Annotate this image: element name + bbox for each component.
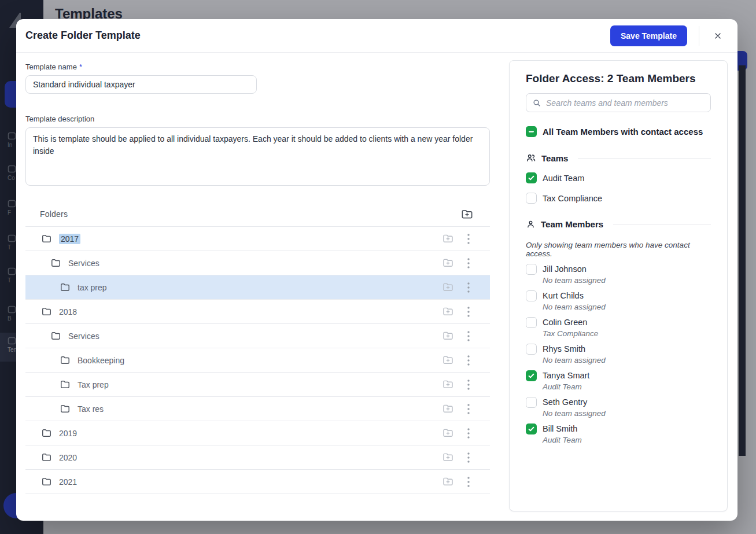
folder-name: 2018 [59, 307, 77, 316]
kebab-icon [467, 282, 470, 293]
folder-row[interactable]: Bookkeeping [25, 348, 490, 373]
member-team: No team assigned [543, 356, 711, 364]
access-search-box [526, 93, 711, 112]
member-checkbox[interactable] [526, 370, 537, 381]
folder-menu-button[interactable] [467, 355, 470, 366]
add-subfolder-button[interactable] [442, 403, 454, 415]
add-subfolder-button[interactable] [442, 281, 454, 293]
search-icon [532, 98, 541, 108]
member-block: Tanya Smart Audit Team [526, 370, 711, 391]
all-team-members-checkbox[interactable] [526, 126, 537, 137]
folder-row[interactable]: 2018 [25, 300, 490, 324]
team-checkbox[interactable] [526, 193, 537, 204]
template-description-textarea[interactable]: This is template should be applied to al… [25, 127, 490, 186]
folder-icon [41, 476, 52, 487]
folder-plus-icon [442, 476, 454, 488]
folder-row[interactable]: Tax res [25, 397, 490, 421]
template-description-label: Template description [25, 115, 490, 123]
kebab-icon [467, 355, 470, 366]
member-checkbox[interactable] [526, 344, 537, 355]
team-row: Audit Team [526, 172, 711, 183]
teams-header-label: Teams [541, 153, 568, 163]
add-subfolder-button[interactable] [442, 427, 454, 439]
close-button[interactable] [711, 29, 725, 43]
member-row: Rhys Smith [526, 344, 711, 355]
member-block: Colin Green Tax Compliance [526, 317, 711, 338]
folder-row[interactable]: Services [25, 251, 490, 275]
member-block: Kurt Childs No team assigned [526, 290, 711, 311]
folder-menu-button[interactable] [467, 330, 470, 342]
folder-row[interactable]: Tax prep [25, 373, 490, 397]
template-name-input[interactable] [25, 75, 257, 94]
add-subfolder-button[interactable] [442, 354, 454, 366]
folder-name: 2020 [59, 453, 77, 462]
folder-menu-button[interactable] [467, 428, 470, 439]
modal-title: Create Folder Template [25, 30, 141, 42]
folder-name: Tax res [78, 404, 104, 414]
folder-menu-button[interactable] [467, 233, 470, 245]
access-search-input[interactable] [546, 98, 705, 108]
add-subfolder-button[interactable] [442, 233, 454, 245]
teams-section-header: Teams [526, 153, 711, 163]
template-name-label-text: Template name [25, 62, 77, 71]
folder-row[interactable]: 2020 [25, 445, 490, 470]
member-name: Rhys Smith [543, 344, 585, 355]
folder-row[interactable]: 2017 [25, 227, 490, 251]
folder-row[interactable]: tax prep [25, 275, 490, 300]
members-list: Jill Johnson No team assigned Kurt Child… [526, 264, 711, 444]
teams-list: Audit Team Tax Compliance [526, 172, 711, 204]
folder-menu-button[interactable] [467, 403, 470, 415]
add-subfolder-button[interactable] [442, 257, 454, 269]
all-team-members-label: All Team Members with contact access [543, 127, 703, 137]
folders-header: Folders [25, 202, 490, 226]
member-checkbox[interactable] [526, 397, 537, 408]
template-description-label-text: Template description [25, 115, 94, 123]
add-subfolder-button[interactable] [442, 305, 454, 318]
folder-menu-button[interactable] [467, 282, 470, 293]
folder-plus-icon [442, 403, 454, 415]
all-team-members-row: All Team Members with contact access [526, 126, 711, 137]
team-checkbox[interactable] [526, 172, 537, 183]
template-form: Template name * Template description Thi… [25, 53, 490, 494]
folder-menu-button[interactable] [467, 257, 470, 269]
add-root-folder-button[interactable] [460, 208, 474, 221]
folder-row[interactable]: 2021 [25, 470, 490, 494]
member-row: Seth Gentry [526, 397, 711, 408]
folders-header-label: Folders [40, 209, 68, 219]
member-row: Bill Smith [526, 423, 711, 434]
folder-plus-icon [442, 257, 454, 269]
folder-name: Bookkeeping [78, 356, 124, 365]
folder-plus-icon [442, 281, 454, 293]
member-team: No team assigned [543, 276, 711, 285]
folder-name: 2019 [59, 429, 77, 438]
folder-icon [60, 379, 71, 390]
folder-icon [41, 428, 52, 439]
folder-row[interactable]: 2019 [25, 421, 490, 445]
folder-menu-button[interactable] [467, 476, 470, 488]
folder-menu-button[interactable] [467, 306, 470, 318]
required-mark: * [79, 62, 82, 71]
member-row: Kurt Childs [526, 290, 711, 301]
member-checkbox[interactable] [526, 423, 537, 434]
folder-plus-icon [442, 233, 454, 245]
folder-row[interactable]: Services [25, 324, 490, 348]
folder-menu-button[interactable] [467, 379, 470, 391]
save-template-button[interactable]: Save Template [610, 25, 687, 46]
kebab-icon [467, 330, 470, 342]
add-subfolder-button[interactable] [442, 330, 454, 342]
add-subfolder-button[interactable] [442, 378, 454, 391]
member-checkbox[interactable] [526, 264, 537, 275]
folder-plus-icon [460, 208, 474, 221]
add-subfolder-button[interactable] [442, 451, 454, 463]
kebab-icon [467, 379, 470, 391]
folders-list: 2017 Services [25, 226, 490, 494]
teams-header-rule [578, 158, 711, 159]
folder-menu-button[interactable] [467, 452, 470, 463]
template-name-label: Template name * [25, 62, 490, 71]
team-name: Audit Team [543, 174, 584, 183]
add-subfolder-button[interactable] [442, 476, 454, 488]
member-checkbox[interactable] [526, 290, 537, 301]
member-checkbox[interactable] [526, 317, 537, 328]
member-name: Jill Johnson [543, 264, 587, 275]
modal-header: Create Folder Template Save Template [16, 19, 737, 53]
